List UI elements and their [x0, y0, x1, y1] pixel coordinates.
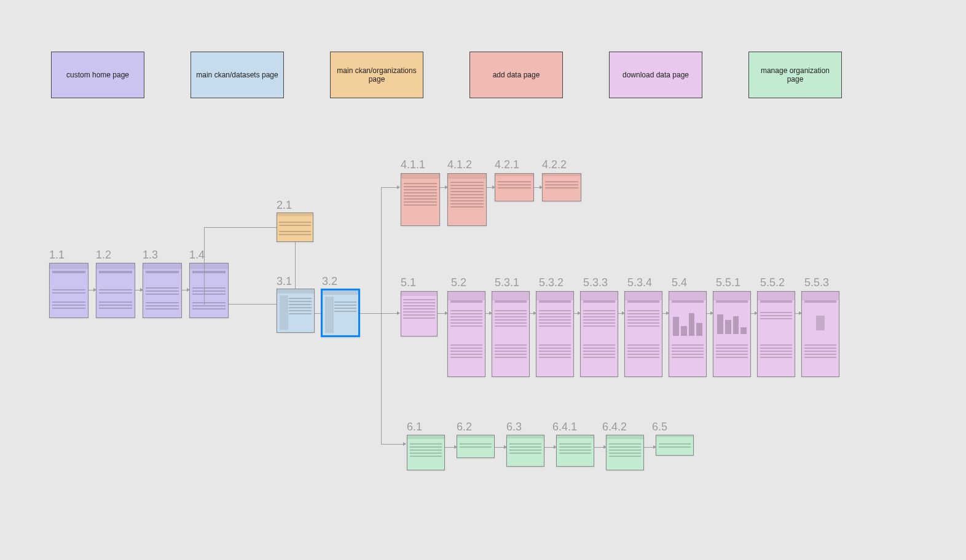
thumb-5-3-3[interactable] [580, 291, 618, 377]
thumb-3-1[interactable] [277, 289, 315, 333]
label-1-4: 1.4 [189, 249, 205, 262]
thumb-2-1[interactable] [277, 212, 313, 242]
thumb-5-2[interactable] [447, 291, 485, 377]
label-6-4-1: 6.4.1 [552, 421, 577, 434]
label-5-1: 5.1 [401, 276, 416, 289]
thumb-5-5-3[interactable] [801, 291, 839, 377]
thumb-4-2-2[interactable] [542, 173, 581, 201]
label-5-3-4: 5.3.4 [627, 276, 652, 289]
label-1-3: 1.3 [143, 249, 158, 262]
label-1-2: 1.2 [96, 249, 111, 262]
thumb-4-1-1[interactable] [401, 173, 440, 226]
thumb-5-1[interactable] [401, 291, 438, 336]
label-1-1: 1.1 [49, 249, 65, 262]
label-5-2: 5.2 [451, 276, 466, 289]
legend-download: download data page [609, 52, 702, 98]
thumb-6-1[interactable] [407, 435, 445, 470]
label-2-1: 2.1 [277, 199, 292, 212]
label-5-4: 5.4 [672, 276, 687, 289]
thumb-6-2[interactable] [457, 435, 495, 458]
thumb-3-2-selected[interactable] [321, 289, 360, 337]
label-6-1: 6.1 [407, 421, 422, 434]
legend-add-data: add data page [469, 52, 563, 98]
legend-organizations: main ckan/organizations page [330, 52, 423, 98]
thumb-6-4-1[interactable] [556, 435, 594, 467]
label-6-2: 6.2 [457, 421, 472, 434]
legend-datasets: main ckan/datasets page [190, 52, 284, 98]
thumb-1-3[interactable] [143, 263, 182, 318]
label-5-3-2: 5.3.2 [539, 276, 564, 289]
thumb-6-5[interactable] [656, 435, 694, 456]
label-5-3-1: 5.3.1 [495, 276, 519, 289]
label-4-1-2: 4.1.2 [447, 158, 472, 171]
thumb-4-1-2[interactable] [447, 173, 487, 226]
thumb-4-2-1[interactable] [495, 173, 534, 201]
sitemap-canvas[interactable]: custom home page main ckan/datasets page… [0, 0, 966, 560]
label-6-4-2: 6.4.2 [602, 421, 627, 434]
thumb-5-5-2[interactable] [757, 291, 795, 377]
thumb-6-3[interactable] [506, 435, 544, 467]
legend-manage-org: manage organization page [748, 52, 842, 98]
label-6-3: 6.3 [506, 421, 522, 434]
label-5-5-1: 5.5.1 [716, 276, 740, 289]
label-4-2-2: 4.2.2 [542, 158, 567, 171]
label-4-1-1: 4.1.1 [401, 158, 425, 171]
thumb-1-1[interactable] [49, 263, 88, 318]
label-5-5-2: 5.5.2 [760, 276, 785, 289]
thumb-5-5-1[interactable] [713, 291, 751, 377]
label-5-3-3: 5.3.3 [583, 276, 608, 289]
label-3-1: 3.1 [277, 275, 292, 288]
label-4-2-1: 4.2.1 [495, 158, 519, 171]
thumb-5-3-2[interactable] [536, 291, 574, 377]
label-5-5-3: 5.5.3 [804, 276, 829, 289]
thumb-5-4[interactable] [669, 291, 707, 377]
label-3-2: 3.2 [322, 275, 337, 288]
label-6-5: 6.5 [652, 421, 667, 434]
legend-custom-home: custom home page [51, 52, 144, 98]
thumb-1-4[interactable] [189, 263, 229, 318]
thumb-1-2[interactable] [96, 263, 135, 318]
thumb-5-3-4[interactable] [624, 291, 662, 377]
thumb-5-3-1[interactable] [492, 291, 530, 377]
thumb-6-4-2[interactable] [606, 435, 644, 470]
